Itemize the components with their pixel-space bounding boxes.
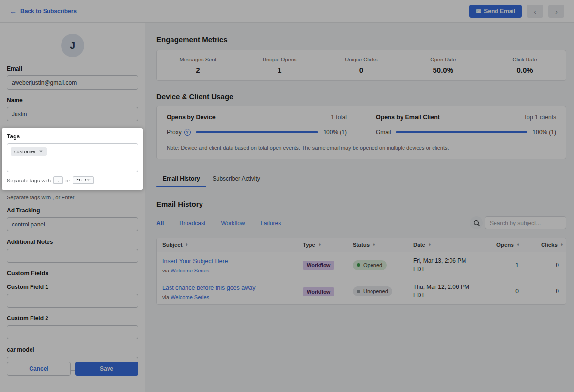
tags-input[interactable]: customer ✕	[7, 143, 138, 172]
additional-notes-label: Additional Notes	[7, 239, 138, 245]
filter-all[interactable]: All	[156, 220, 164, 226]
type-cell: Workflow	[303, 260, 353, 270]
email-field-group: Email	[7, 65, 138, 90]
welcome-series-link[interactable]: Welcome Series	[171, 294, 209, 300]
filter-workflow[interactable]: Workflow	[221, 220, 245, 226]
filter-broadcast[interactable]: Broadcast	[179, 220, 205, 226]
send-email-button[interactable]: ✉ Send Email	[469, 5, 522, 18]
subject-link[interactable]: Insert Your Subject Here	[162, 258, 228, 265]
client-usage-bar	[396, 131, 527, 133]
status-cell: Unopened	[353, 286, 413, 297]
sidebar-actions: Cancel Save	[7, 362, 138, 376]
metric-open-rate: Open Rate 50.0%	[402, 57, 484, 74]
opens-by-client-title: Opens by Email Client	[376, 114, 440, 121]
additional-notes-input[interactable]	[7, 249, 138, 263]
client-name-label: Gmail	[376, 129, 391, 136]
sort-icon: ▲▼	[560, 243, 563, 247]
name-field-group: Name	[7, 97, 138, 121]
metric-value: 1	[239, 66, 321, 74]
custom-field-2-group: Custom Field 2	[7, 315, 138, 339]
custom-field-1-input[interactable]	[7, 294, 138, 308]
via-line: via Welcome Series	[162, 294, 299, 300]
next-subscriber-button[interactable]: ›	[548, 5, 564, 18]
cancel-button[interactable]: Cancel	[7, 362, 71, 376]
main-content: Engagement Metrics Messages Sent 2 Uniqu…	[145, 23, 574, 392]
chevron-left-icon: ‹	[534, 7, 536, 15]
email-input[interactable]	[7, 75, 138, 90]
column-label: Opens	[496, 242, 514, 248]
ad-tracking-field-group: Ad Tracking	[7, 207, 138, 231]
metric-label: Unique Opens	[239, 57, 321, 62]
metric-messages-sent: Messages Sent 2	[157, 57, 239, 74]
remove-tag-icon[interactable]: ✕	[39, 149, 43, 154]
text-cursor	[48, 149, 48, 156]
opens-by-client-total: Top 1 clients	[524, 114, 556, 121]
prev-subscriber-button[interactable]: ‹	[527, 5, 543, 18]
opens-by-device-total: 1 total	[331, 114, 347, 121]
email-icon: ✉	[476, 8, 481, 15]
help-icon[interactable]: ?	[184, 129, 191, 136]
via-prefix: via	[162, 294, 169, 300]
date-line2: EDT	[413, 291, 496, 300]
opens-cell: 0	[496, 288, 538, 295]
filter-failures[interactable]: Failures	[261, 220, 281, 226]
custom-field-1-label: Custom Field 1	[7, 284, 138, 290]
welcome-series-link[interactable]: Welcome Series	[171, 268, 209, 273]
opens-by-client-column: Opens by Email Client Top 1 clients Gmai…	[376, 114, 556, 136]
subject-link[interactable]: Last chance before this goes away	[162, 285, 255, 291]
status-dot-icon	[357, 290, 360, 293]
search-input[interactable]	[485, 216, 566, 229]
type-cell: Workflow	[303, 287, 353, 296]
ad-tracking-input[interactable]	[7, 217, 138, 231]
search-button[interactable]	[470, 216, 483, 229]
subject-cell: Insert Your Subject Here via Welcome Ser…	[157, 256, 303, 273]
table-row: Last chance before this goes away via We…	[157, 278, 566, 304]
column-header-type[interactable]: Type ▲▼	[303, 242, 353, 248]
tab-email-history[interactable]: Email History	[156, 171, 206, 187]
sort-icon: ▲▼	[517, 243, 520, 247]
history-filters: All Broadcast Workflow Failures	[156, 220, 281, 226]
app: ← Back to Subscribers ✉ Send Email ‹ › J…	[0, 0, 574, 392]
metric-click-rate: Click Rate 0.0%	[484, 57, 566, 74]
name-input[interactable]	[7, 107, 138, 121]
email-history-controls: All Broadcast Workflow Failures	[156, 216, 566, 229]
custom-field-2-input[interactable]	[7, 325, 138, 339]
status-badge: Opened	[353, 260, 387, 270]
column-label: Subject	[162, 242, 183, 248]
workflow-badge: Workflow	[303, 287, 334, 296]
email-history-table: Subject ▲▼ Type ▲▼ Status ▲▼ Date ▲▼	[156, 238, 566, 305]
sort-icon: ▲▼	[186, 243, 188, 247]
custom-field-1-group: Custom Field 1	[7, 284, 138, 308]
column-label: Date	[413, 242, 425, 248]
status-label: Unopened	[363, 288, 388, 294]
device-client-usage-heading: Device & Client Usage	[156, 92, 566, 101]
metric-value: 0.0%	[484, 66, 566, 74]
custom-field-2-label: Custom Field 2	[7, 315, 138, 322]
clicks-cell: 0	[538, 288, 566, 295]
tag-chip: customer ✕	[11, 147, 47, 156]
opens-by-device-column: Opens by Device 1 total Proxy ? 100%	[167, 114, 347, 136]
ad-tracking-label: Ad Tracking	[7, 207, 138, 214]
back-link-label: Back to Subscribers	[20, 8, 77, 15]
save-button[interactable]: Save	[75, 362, 138, 376]
via-line: via Welcome Series	[162, 268, 299, 273]
column-header-clicks[interactable]: Clicks ▲▼	[538, 242, 566, 248]
tab-subscriber-activity[interactable]: Subscriber Activity	[206, 171, 266, 187]
tags-hint-or: or	[65, 178, 70, 183]
column-header-date[interactable]: Date ▲▼	[413, 242, 496, 248]
column-header-status[interactable]: Status ▲▼	[353, 242, 413, 248]
car-model-label: car model	[7, 347, 138, 353]
sort-icon: ▲▼	[318, 243, 321, 247]
date-line1: Fri, Mar 13, 2:06 PM	[413, 257, 496, 265]
column-header-opens[interactable]: Opens ▲▼	[496, 242, 538, 248]
sort-icon: ▲▼	[372, 243, 375, 247]
date-cell: Fri, Mar 13, 2:06 PM EDT	[413, 257, 496, 273]
metric-unique-opens: Unique Opens 1	[239, 57, 321, 74]
back-to-subscribers-link[interactable]: ← Back to Subscribers	[10, 8, 77, 15]
column-header-subject[interactable]: Subject ▲▼	[157, 242, 303, 248]
additional-notes-field-group: Additional Notes	[7, 239, 138, 263]
comma-key: ,	[53, 176, 63, 184]
clicks-cell: 0	[538, 262, 566, 269]
column-label: Clicks	[541, 242, 558, 248]
status-label: Opened	[363, 262, 382, 268]
